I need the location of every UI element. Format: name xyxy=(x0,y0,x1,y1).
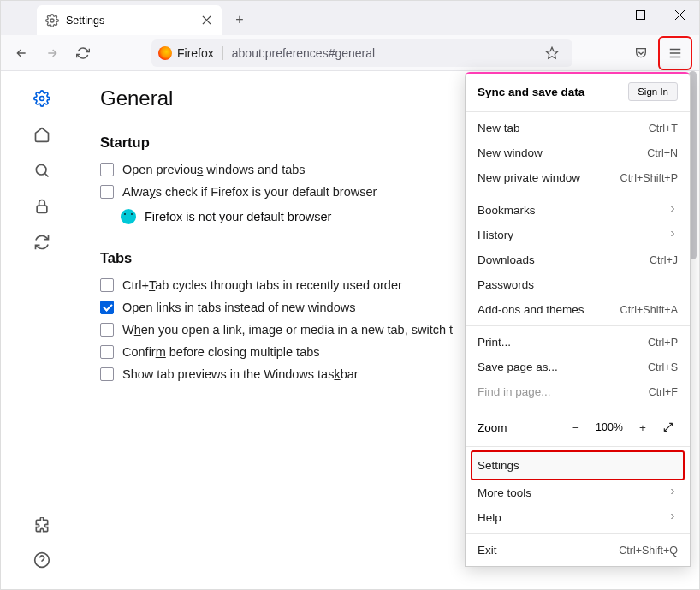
browser-tab[interactable]: Settings xyxy=(37,5,222,35)
checkbox[interactable] xyxy=(100,345,114,359)
settings-sidebar xyxy=(1,71,83,589)
app-menu-highlight xyxy=(658,36,692,70)
chevron-right-icon xyxy=(667,486,678,499)
sidebar-home-icon[interactable] xyxy=(33,126,50,143)
firefox-icon xyxy=(158,46,172,60)
menu-exit[interactable]: ExitCtrl+Shift+Q xyxy=(466,538,690,563)
reload-button[interactable] xyxy=(69,39,97,67)
checkbox[interactable] xyxy=(100,278,114,292)
menu-zoom-row: Zoom − 100% + xyxy=(466,412,690,443)
menu-new-private-window[interactable]: New private windowCtrl+Shift+P xyxy=(466,165,690,190)
menu-sync-header: Sync and save data Sign In xyxy=(466,74,690,108)
sidebar-help-icon[interactable] xyxy=(33,551,50,569)
identity-label: Firefox xyxy=(177,46,214,60)
svg-marker-2 xyxy=(546,47,557,58)
zoom-out-button[interactable]: − xyxy=(567,418,585,437)
identity-box[interactable]: Firefox xyxy=(158,46,223,60)
maximize-button[interactable] xyxy=(620,1,660,28)
back-button[interactable] xyxy=(8,39,35,67)
menu-help[interactable]: Help xyxy=(466,505,690,530)
menu-print[interactable]: Print...Ctrl+P xyxy=(466,330,690,355)
menu-history[interactable]: History xyxy=(466,223,690,247)
chevron-right-icon xyxy=(667,229,678,241)
app-menu: Sync and save data Sign In New tabCtrl+T… xyxy=(465,72,691,567)
svg-point-0 xyxy=(50,19,54,22)
checkbox-label: Show tab previews in the Windows taskbar xyxy=(122,367,359,381)
menu-find: Find in page...Ctrl+F xyxy=(466,379,690,404)
checkbox-label: Open previous windows and tabs xyxy=(122,163,306,176)
menu-new-window[interactable]: New windowCtrl+N xyxy=(466,140,690,165)
new-tab-button[interactable]: + xyxy=(227,7,252,33)
url-text: about:preferences#general xyxy=(232,46,375,60)
menu-downloads[interactable]: DownloadsCtrl+J xyxy=(466,247,690,272)
checkbox-label: Ctrl+Tab cycles through tabs in recently… xyxy=(122,278,402,292)
zoom-in-button[interactable]: + xyxy=(633,418,652,437)
fullscreen-button[interactable] xyxy=(659,418,678,437)
pocket-button[interactable] xyxy=(627,39,655,67)
close-tab-button[interactable] xyxy=(199,14,213,27)
tab-title: Settings xyxy=(66,15,104,27)
chevron-right-icon xyxy=(667,511,678,524)
zoom-value: 100% xyxy=(592,421,626,433)
gear-icon xyxy=(45,14,59,27)
close-window-button[interactable] xyxy=(660,1,699,28)
default-status-text: Firefox is not your default browser xyxy=(145,210,331,223)
checkbox-label: When you open a link, image or media in … xyxy=(122,323,453,337)
sidebar-sync-icon[interactable] xyxy=(33,234,50,251)
svg-point-3 xyxy=(40,97,44,101)
sign-in-button[interactable]: Sign In xyxy=(628,82,678,101)
toolbar: Firefox about:preferences#general xyxy=(1,35,699,71)
forward-button[interactable] xyxy=(39,39,66,67)
svg-rect-5 xyxy=(37,206,47,212)
window-controls xyxy=(581,1,699,28)
menu-new-tab[interactable]: New tabCtrl+T xyxy=(466,116,690,140)
svg-point-4 xyxy=(36,164,46,175)
sidebar-extensions-icon[interactable] xyxy=(33,517,50,534)
zoom-label: Zoom xyxy=(478,421,507,434)
checkbox[interactable] xyxy=(100,323,114,337)
menu-addons[interactable]: Add-ons and themesCtrl+Shift+A xyxy=(466,297,690,322)
menu-more-tools[interactable]: More tools xyxy=(466,480,690,505)
menu-settings[interactable]: Settings xyxy=(466,450,690,480)
bookmark-star-button[interactable] xyxy=(538,39,566,67)
sidebar-general-icon[interactable] xyxy=(33,90,50,107)
checkbox-label: Confirm before closing multiple tabs xyxy=(122,345,320,359)
menu-bookmarks[interactable]: Bookmarks xyxy=(466,198,690,223)
sad-face-icon xyxy=(121,209,136,224)
checkbox-label: Always check if Firefox is your default … xyxy=(122,185,377,199)
checkbox[interactable] xyxy=(100,185,114,199)
checkbox[interactable] xyxy=(100,367,114,381)
sidebar-privacy-icon[interactable] xyxy=(33,198,50,215)
svg-rect-1 xyxy=(636,10,644,19)
chevron-right-icon xyxy=(667,204,678,217)
menu-passwords[interactable]: Passwords xyxy=(466,272,690,297)
checkbox[interactable] xyxy=(100,301,114,314)
titlebar: Settings + xyxy=(1,1,699,35)
app-menu-button[interactable] xyxy=(661,39,689,67)
checkbox[interactable] xyxy=(100,163,114,176)
minimize-button[interactable] xyxy=(581,1,620,28)
checkbox-label: Open links in tabs instead of new window… xyxy=(122,301,355,314)
sidebar-search-icon[interactable] xyxy=(33,162,50,179)
address-bar[interactable]: Firefox about:preferences#general xyxy=(151,39,572,67)
menu-save-as[interactable]: Save page as...Ctrl+S xyxy=(466,355,690,379)
